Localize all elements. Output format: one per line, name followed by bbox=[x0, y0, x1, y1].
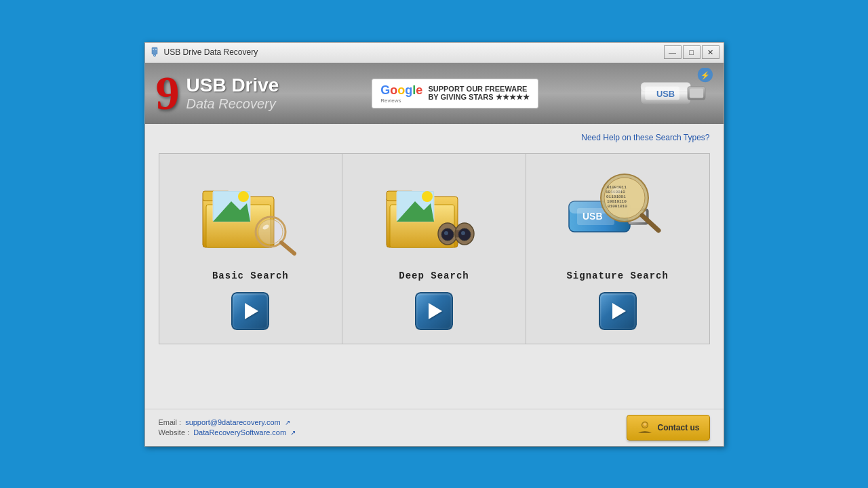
svg-text:01001010: 01001010 bbox=[608, 204, 627, 209]
google-banner[interactable]: Google Reviews SUPPORT OUR FREEWARE BY G… bbox=[372, 79, 538, 108]
svg-point-19 bbox=[238, 191, 249, 202]
contact-label: Contact us bbox=[657, 423, 699, 432]
sig-play-triangle bbox=[612, 303, 626, 319]
deep-search-svg bbox=[380, 171, 488, 259]
help-link-container: Need Help on these Search Types? bbox=[159, 131, 710, 143]
deep-search-play-button[interactable] bbox=[415, 292, 453, 330]
window-title: USB Drive Data Recovery bbox=[164, 47, 258, 57]
svg-text:USB: USB bbox=[583, 211, 603, 222]
header-banner: 9 USB Drive Data Recovery Google Reviews… bbox=[145, 63, 724, 124]
usb-drive-svg: USB ⚡ bbox=[631, 68, 713, 119]
svg-point-30 bbox=[422, 191, 433, 202]
contact-icon bbox=[637, 420, 653, 436]
signature-search-play-button[interactable] bbox=[599, 292, 637, 330]
search-options-container: Basic Search bbox=[159, 153, 710, 344]
minimize-button[interactable]: — bbox=[664, 45, 682, 59]
support-line1: SUPPORT OUR FREEWARE bbox=[428, 85, 529, 93]
email-external-icon: ↗ bbox=[285, 419, 290, 426]
basic-play-inner bbox=[231, 292, 269, 330]
window-controls: — □ ✕ bbox=[664, 45, 719, 59]
website-row: Website : DataRecoverySoftware.com ↗ bbox=[159, 428, 296, 436]
footer: Email : support@9datarecovery.com ↗ Webs… bbox=[145, 409, 724, 446]
logo-line2: Data Recovery bbox=[186, 96, 279, 112]
signature-search-option[interactable]: USB 01001011 10110010 01101001 10010110 … bbox=[526, 154, 709, 344]
logo-line1: USB Drive bbox=[186, 75, 279, 96]
svg-rect-0 bbox=[152, 47, 157, 54]
google-support-text: SUPPORT OUR FREEWARE BY GIVING STARS ★★★… bbox=[428, 85, 529, 102]
title-bar: USB Drive Data Recovery — □ ✕ bbox=[145, 43, 724, 63]
deep-play-triangle bbox=[429, 303, 442, 319]
main-content: Need Help on these Search Types? bbox=[145, 124, 724, 409]
basic-search-option[interactable]: Basic Search bbox=[159, 154, 343, 344]
signature-search-label: Signature Search bbox=[566, 270, 668, 281]
svg-point-2 bbox=[153, 55, 155, 57]
website-link[interactable]: DataRecoverySoftware.com bbox=[193, 428, 286, 436]
usb-drive-illustration: USB ⚡ bbox=[631, 70, 713, 117]
svg-rect-4 bbox=[155, 49, 157, 50]
website-external-icon: ↗ bbox=[290, 429, 296, 436]
logo-text: USB Drive Data Recovery bbox=[186, 75, 279, 112]
google-logo: Google Reviews bbox=[380, 83, 422, 104]
email-label: Email : bbox=[159, 418, 182, 426]
svg-point-55 bbox=[644, 423, 647, 426]
email-link[interactable]: support@9datarecovery.com bbox=[185, 418, 281, 426]
basic-search-icon bbox=[196, 167, 304, 262]
app-window: USB Drive Data Recovery — □ ✕ 9 USB Driv… bbox=[144, 42, 724, 447]
email-row: Email : support@9datarecovery.com ↗ bbox=[159, 418, 296, 426]
deep-search-label: Deep Search bbox=[399, 270, 469, 281]
logo-section: 9 USB Drive Data Recovery bbox=[156, 70, 279, 117]
svg-point-36 bbox=[444, 231, 448, 235]
svg-rect-3 bbox=[153, 49, 154, 50]
svg-text:USB: USB bbox=[656, 89, 674, 99]
svg-text:10010110: 10010110 bbox=[607, 199, 627, 204]
basic-search-svg bbox=[196, 171, 304, 259]
svg-line-22 bbox=[281, 243, 294, 253]
app-icon bbox=[149, 47, 160, 58]
footer-links: Email : support@9datarecovery.com ↗ Webs… bbox=[159, 418, 296, 436]
website-label: Website : bbox=[159, 428, 190, 436]
svg-text:01101001: 01101001 bbox=[606, 195, 626, 199]
svg-point-37 bbox=[461, 231, 465, 235]
deep-search-option[interactable]: Deep Search bbox=[342, 154, 526, 344]
svg-rect-8 bbox=[689, 89, 703, 98]
svg-text:⚡: ⚡ bbox=[701, 70, 710, 80]
maximize-button[interactable]: □ bbox=[683, 45, 701, 59]
google-reviews-label: Reviews bbox=[380, 98, 422, 104]
support-line2: BY GIVING STARS ★★★★★ bbox=[428, 93, 529, 102]
contact-us-button[interactable]: Contact us bbox=[627, 415, 709, 441]
sig-play-inner bbox=[599, 292, 637, 330]
signature-search-svg: USB 01001011 10110010 01101001 10010110 … bbox=[564, 171, 672, 259]
title-bar-left: USB Drive Data Recovery bbox=[149, 47, 258, 58]
basic-play-triangle bbox=[245, 303, 258, 319]
logo-nine: 9 bbox=[156, 70, 180, 117]
help-link[interactable]: Need Help on these Search Types? bbox=[581, 133, 709, 142]
deep-search-icon bbox=[380, 167, 488, 262]
basic-search-label: Basic Search bbox=[212, 270, 289, 281]
close-button[interactable]: ✕ bbox=[702, 45, 719, 59]
svg-point-21 bbox=[258, 220, 283, 244]
signature-search-icon: USB 01001011 10110010 01101001 10010110 … bbox=[564, 167, 672, 262]
deep-play-inner bbox=[415, 292, 453, 330]
basic-search-play-button[interactable] bbox=[231, 292, 269, 330]
